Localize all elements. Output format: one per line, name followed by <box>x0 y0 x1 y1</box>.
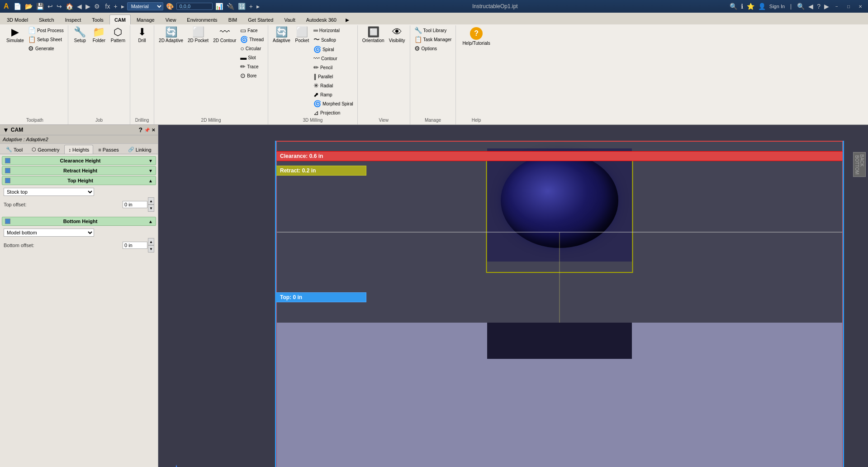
plus-btn[interactable]: + <box>113 2 118 10</box>
cam-expand-icon[interactable]: ▼ <box>3 126 9 133</box>
minimize-btn[interactable]: − <box>833 3 841 10</box>
help-tutorials-btn[interactable]: ? Help/Tutorials <box>459 26 493 47</box>
plus2-btn[interactable]: + <box>248 2 254 10</box>
tab-tools[interactable]: Tools <box>87 14 109 24</box>
tab-get-started[interactable]: Get Started <box>243 14 278 24</box>
pattern-btn[interactable]: ⬡ Pattern <box>109 26 127 44</box>
material-dropdown[interactable]: Material <box>127 2 163 10</box>
thread-btn[interactable]: 🌀 Thread <box>239 35 265 43</box>
close-btn[interactable]: ✕ <box>856 3 864 10</box>
generate-btn[interactable]: ⚙ Generate <box>27 44 65 52</box>
top-offset-input[interactable] <box>123 201 147 208</box>
tab-bim[interactable]: BIM <box>223 14 242 24</box>
ramp-btn[interactable]: ⬈ Ramp <box>312 91 355 99</box>
top-height-section[interactable]: Top Height ▲ <box>2 176 156 185</box>
fx-btn[interactable]: fx <box>104 2 111 10</box>
save-btn[interactable]: 💾 <box>35 2 45 10</box>
forward-btn[interactable]: ▶ <box>85 2 91 10</box>
plugin-btn[interactable]: 🔌 <box>226 2 235 10</box>
options-btn[interactable]: ⚙ Options <box>413 44 453 52</box>
setup-sheet-btn[interactable]: 📋 Setup Sheet <box>27 35 65 43</box>
tab-cam[interactable]: CAM <box>109 14 131 24</box>
tab-autodesk360[interactable]: Autodesk 360 <box>301 14 342 24</box>
star-icon[interactable]: ⭐ <box>747 3 754 10</box>
tab-view[interactable]: View <box>161 14 181 24</box>
bore-btn[interactable]: ⊙ Bore <box>239 71 265 80</box>
tab-environments[interactable]: Environments <box>182 14 222 24</box>
tab-vault[interactable]: Vault <box>279 14 300 24</box>
horizontal-btn[interactable]: ═ Horizontal <box>312 26 355 34</box>
cam-tab-geometry[interactable]: ⬡ Geometry <box>28 145 63 154</box>
tab-manage[interactable]: Manage <box>132 14 160 24</box>
2d-adaptive-btn[interactable]: 🔄 2D Adaptive <box>157 26 185 44</box>
cam-close-icon[interactable]: ✕ <box>152 128 155 133</box>
face-btn[interactable]: ▭ Face <box>239 26 265 34</box>
info-icon[interactable]: ℹ <box>741 3 743 10</box>
visibility-btn[interactable]: 👁 Visibility <box>387 26 407 44</box>
tab-3d-model[interactable]: 3D Model <box>2 14 33 24</box>
maximize-btn[interactable]: □ <box>844 3 853 10</box>
2d-contour-btn[interactable]: 〰 2D Contour <box>211 26 238 44</box>
simulate-btn[interactable]: ▶ Simulate <box>5 26 26 44</box>
tool-library-btn[interactable]: 🔧 Tool Library <box>413 26 453 34</box>
tab-inspect[interactable]: Inspect <box>60 14 86 24</box>
folder-btn[interactable]: 📁 Folder <box>90 26 108 44</box>
pencil-btn[interactable]: ✏ Pencil <box>312 63 355 71</box>
viewport[interactable]: BACK BOTTOM Cleara <box>158 125 868 467</box>
bottom-offset-down[interactable]: ▼ <box>148 245 154 253</box>
cam-help-icon[interactable]: ? <box>138 126 142 133</box>
task-manager-btn[interactable]: 📋 Task Manager <box>413 35 453 43</box>
bottom-offset-input[interactable] <box>123 242 147 249</box>
redo-btn[interactable]: ↪ <box>56 2 63 10</box>
scallop-btn[interactable]: 〜 Scallop <box>312 35 355 44</box>
drill-btn[interactable]: ⬇ Drill <box>133 26 151 44</box>
top-from-select[interactable]: Stock top <box>4 188 94 196</box>
home-btn[interactable]: 🏠 <box>65 2 74 10</box>
top-offset-down[interactable]: ▼ <box>148 205 154 212</box>
question-icon[interactable]: ? <box>817 3 821 10</box>
2d-pocket-btn[interactable]: ⬜ 2D Pocket <box>186 26 210 44</box>
post-process-btn[interactable]: 📄 Post Process <box>27 26 65 34</box>
search-icon[interactable]: 🔍 <box>730 3 737 10</box>
cam-tab-tool[interactable]: 🔧 Tool <box>2 145 27 154</box>
analytics-btn[interactable]: 📊 <box>214 2 224 10</box>
back-btn[interactable]: ◀ <box>76 2 83 10</box>
cam-tab-linking[interactable]: 🔗 Linking <box>124 145 156 154</box>
user-icon[interactable]: 👤 <box>758 3 766 10</box>
setup-btn[interactable]: 🔧 Setup <box>71 26 89 44</box>
radial-btn[interactable]: ✳ Radial <box>312 81 355 90</box>
orientation-btn[interactable]: 🔲 Orientation <box>360 26 386 44</box>
bottom-offset-up[interactable]: ▲ <box>148 238 154 245</box>
bottom-height-section[interactable]: Bottom Height ▲ <box>2 217 156 226</box>
projection-btn[interactable]: ⊿ Projection <box>312 109 355 117</box>
top-offset-up[interactable]: ▲ <box>148 197 154 205</box>
3d-adaptive-btn[interactable]: 🔄 Adaptive <box>271 26 292 44</box>
bottom-from-select[interactable]: Model bottom <box>4 229 94 237</box>
trace-btn[interactable]: ✏ Trace <box>239 62 265 71</box>
new-btn[interactable]: 📄 <box>13 2 22 10</box>
morphed-spiral-btn[interactable]: 🌀 Morphed Spiral <box>312 100 355 108</box>
arrow2-btn[interactable]: ▸ <box>256 2 261 10</box>
retract-height-section[interactable]: Retract Height ▼ <box>2 166 156 175</box>
clearance-height-section[interactable]: Clearance Height ▼ <box>2 156 156 165</box>
cam-pin-icon[interactable]: 📌 <box>144 128 150 133</box>
circular-btn[interactable]: ○ Circular <box>239 44 265 52</box>
slot-btn[interactable]: ▬ Slot <box>239 53 265 62</box>
3d-pocket-btn[interactable]: ⬜ Pocket <box>293 26 311 44</box>
spiral-btn[interactable]: 🌀 Spiral <box>312 45 355 53</box>
tab-sketch[interactable]: Sketch <box>34 14 59 24</box>
cam-tab-passes[interactable]: ≡ Passes <box>94 145 123 154</box>
arrow-nav-icon[interactable]: ◀ <box>808 3 813 10</box>
search-btn[interactable]: ⚙ <box>93 2 101 10</box>
arrow-nav2-icon[interactable]: ▶ <box>824 3 829 10</box>
contour-btn[interactable]: 〰 Contour <box>312 54 355 62</box>
parallel-btn[interactable]: ∥ Parallel <box>312 72 355 81</box>
calc-btn[interactable]: 🔢 <box>237 2 247 10</box>
sign-in-btn[interactable]: Sign In <box>769 4 785 9</box>
cam-tab-heights[interactable]: ↕ Heights <box>64 145 93 154</box>
tab-more[interactable]: ▸ <box>342 14 352 24</box>
undo-btn[interactable]: ↩ <box>47 2 54 10</box>
open-btn[interactable]: 📂 <box>24 2 33 10</box>
arrow-btn[interactable]: ▸ <box>120 2 125 10</box>
color-btn[interactable]: 🎨 <box>165 2 175 10</box>
